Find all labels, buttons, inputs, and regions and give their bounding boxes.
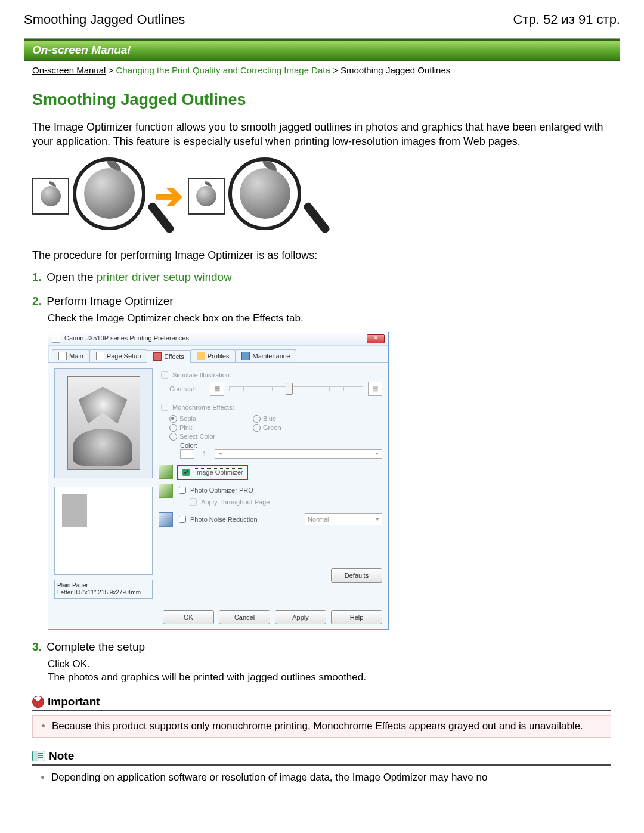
step-number: 3. bbox=[32, 640, 42, 653]
close-button[interactable]: ✕ bbox=[367, 334, 385, 343]
image-optimizer-icon bbox=[159, 465, 173, 479]
profiles-icon bbox=[197, 352, 205, 360]
noise-level-combo[interactable]: Normal▾ bbox=[305, 513, 382, 525]
breadcrumb-current: Smoothing Jagged Outlines bbox=[340, 65, 450, 75]
before-after-illustration: ➔ bbox=[32, 157, 611, 235]
page-setup-icon bbox=[96, 352, 104, 360]
manual-banner: On-screen Manual bbox=[24, 39, 620, 61]
breadcrumb-root[interactable]: On-screen Manual bbox=[32, 65, 106, 75]
color-label: Color: bbox=[180, 442, 382, 449]
step-2: 2. Perform Image Optimizer Check the Ima… bbox=[32, 295, 611, 630]
note-heading: Note bbox=[32, 748, 611, 766]
note-icon bbox=[32, 751, 45, 761]
contrast-high-icon: ▤ bbox=[368, 382, 382, 396]
tab-effects[interactable]: Effects bbox=[147, 350, 190, 363]
apply-throughout-page-checkbox[interactable]: Apply Throughout Page bbox=[187, 497, 270, 507]
contrast-slider[interactable] bbox=[229, 386, 363, 391]
tab-maintenance[interactable]: Maintenance bbox=[235, 349, 296, 362]
image-optimizer-highlight: Image Optimizer bbox=[177, 465, 248, 480]
before-thumbnail bbox=[32, 178, 69, 215]
contrast-low-icon: ▦ bbox=[210, 382, 224, 396]
image-optimizer-label: Image Optimizer bbox=[194, 468, 244, 476]
photo-noise-reduction-checkbox[interactable]: Photo Noise Reduction bbox=[177, 514, 258, 525]
simulate-illustration-checkbox[interactable]: Simulate Illustration bbox=[159, 370, 382, 380]
breadcrumb: On-screen Manual > Changing the Print Qu… bbox=[24, 61, 620, 82]
radio-green[interactable]: Green bbox=[253, 424, 281, 432]
ok-button[interactable]: OK bbox=[163, 610, 214, 624]
page-title: Smoothing Jagged Outlines bbox=[32, 91, 611, 109]
monochrome-effects-checkbox[interactable]: Monochrome Effects: bbox=[159, 402, 382, 413]
tab-page-setup[interactable]: Page Setup bbox=[89, 349, 148, 362]
photo-optimizer-icon bbox=[159, 484, 173, 498]
radio-blue[interactable]: Blue bbox=[253, 415, 281, 423]
tab-profiles[interactable]: Profiles bbox=[190, 349, 236, 362]
step-3: 3. Complete the setup Click OK. The phot… bbox=[32, 640, 611, 683]
color-number: 1 bbox=[198, 450, 211, 457]
printer-icon bbox=[52, 335, 60, 343]
tab-main[interactable]: Main bbox=[52, 349, 90, 362]
step-number: 2. bbox=[32, 295, 42, 307]
before-magnified bbox=[73, 157, 150, 235]
procedure-lead: The procedure for performing Image Optim… bbox=[32, 248, 611, 262]
important-icon bbox=[30, 693, 47, 710]
important-item: Because this product supports only monoc… bbox=[52, 720, 603, 732]
radio-sepia[interactable]: Sepia bbox=[169, 415, 217, 423]
important-box: Because this product supports only monoc… bbox=[32, 715, 611, 738]
after-magnified bbox=[228, 157, 306, 235]
step-title: Complete the setup bbox=[47, 640, 145, 653]
person-icon bbox=[242, 352, 250, 360]
noise-reduction-icon bbox=[159, 512, 173, 527]
preview-page-area bbox=[54, 487, 153, 575]
contrast-label: Contrast: bbox=[169, 385, 205, 392]
step-description: Click OK. bbox=[48, 658, 611, 670]
page-icon bbox=[58, 352, 67, 360]
page-counter: Стр. 52 из 91 стр. bbox=[513, 12, 620, 27]
step-description: Check the Image Optimizer check box on t… bbox=[48, 312, 611, 324]
radio-select-color[interactable]: Select Color: bbox=[169, 433, 217, 441]
help-button[interactable]: Help bbox=[331, 610, 382, 624]
note-item: Depending on application software or res… bbox=[51, 772, 604, 784]
after-thumbnail bbox=[188, 178, 225, 215]
paper-info: Plain Paper Letter 8.5"x11" 215.9x279.4m… bbox=[54, 580, 153, 599]
step-description: The photos and graphics will be printed … bbox=[48, 671, 611, 683]
doc-title: Smoothing Jagged Outlines bbox=[24, 12, 185, 27]
step-number: 1. bbox=[32, 271, 42, 283]
apply-button[interactable]: Apply bbox=[275, 610, 326, 624]
chevron-down-icon: ▾ bbox=[376, 515, 379, 523]
step-title: Perform Image Optimizer bbox=[47, 295, 173, 307]
printer-driver-setup-link[interactable]: printer driver setup window bbox=[97, 271, 232, 283]
color-scrollbar[interactable]: ◂▸ bbox=[215, 449, 382, 459]
color-swatch bbox=[180, 449, 194, 459]
brush-icon bbox=[153, 352, 162, 361]
breadcrumb-parent[interactable]: Changing the Print Quality and Correctin… bbox=[116, 65, 330, 75]
radio-pink[interactable]: Pink bbox=[169, 424, 217, 432]
intro-paragraph: The Image Optimizer function allows you … bbox=[32, 120, 611, 149]
step-1: 1. Open the printer driver setup window bbox=[32, 271, 611, 284]
image-optimizer-checkbox[interactable] bbox=[182, 469, 190, 476]
dialog-tabs: Main Page Setup Effects Profiles Mainten… bbox=[48, 346, 388, 363]
defaults-button[interactable]: Defaults bbox=[331, 568, 382, 583]
printing-preferences-dialog: Canon JX510P series Printing Preferences… bbox=[48, 332, 389, 630]
photo-optimizer-pro-checkbox[interactable]: Photo Optimizer PRO bbox=[177, 485, 270, 496]
preview-image-area bbox=[54, 368, 153, 478]
cancel-button[interactable]: Cancel bbox=[219, 610, 270, 624]
important-heading: Important bbox=[32, 694, 611, 711]
dialog-title: Canon JX510P series Printing Preferences bbox=[52, 335, 189, 343]
